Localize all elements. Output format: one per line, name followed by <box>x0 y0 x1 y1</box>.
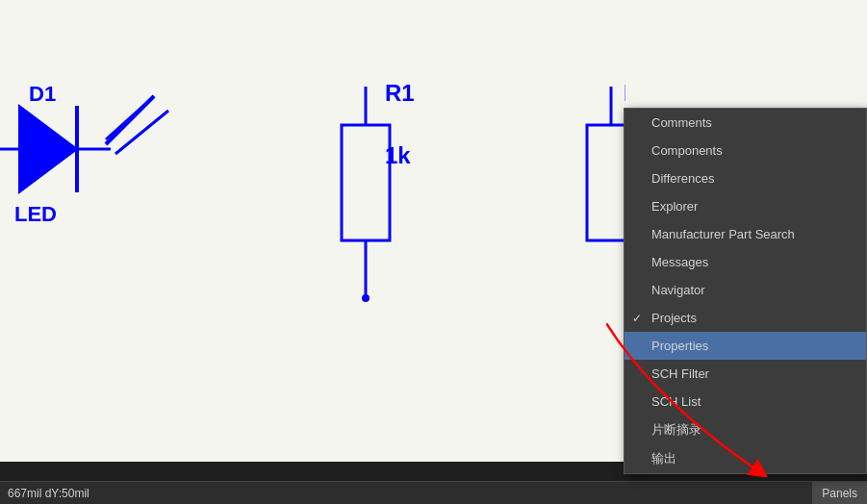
menu-item-messages[interactable]: Messages <box>625 248 866 276</box>
menu-item-sch-list[interactable]: SCH List <box>625 388 866 416</box>
svg-text:R?: R? <box>624 80 625 106</box>
menu-item-label: Projects <box>651 311 697 325</box>
menu-item-chip-excerpt[interactable]: 片断摘录 <box>625 416 866 444</box>
menu-item-properties[interactable]: Properties <box>625 332 866 360</box>
menu-item-differences[interactable]: Differences <box>625 164 866 192</box>
menu-item-label: Comments <box>651 115 712 130</box>
menu-item-label: SCH List <box>651 394 701 409</box>
svg-line-8 <box>115 111 168 154</box>
menu-item-components[interactable]: Components <box>625 137 866 164</box>
menu-item-label: Navigator <box>651 283 705 297</box>
menu-item-output[interactable]: 输出 <box>625 444 866 473</box>
dropdown-menu: Comments Components Differences Explorer… <box>624 108 867 474</box>
svg-text:D1: D1 <box>29 82 56 106</box>
panels-button[interactable]: Panels <box>812 482 867 504</box>
menu-item-navigator[interactable]: Navigator <box>625 276 866 304</box>
svg-text:1k: 1k <box>385 142 411 168</box>
status-bar: 667mil dY:50mil Panels <box>0 481 867 504</box>
menu-item-label: SCH Filter <box>651 366 709 381</box>
svg-marker-1 <box>19 106 77 192</box>
menu-item-explorer[interactable]: Explorer <box>625 192 866 220</box>
svg-text:R1: R1 <box>385 80 415 106</box>
menu-item-label: 输出 <box>651 450 676 467</box>
menu-item-sch-filter[interactable]: SCH Filter <box>625 360 866 388</box>
status-coords: 667mil dY:50mil <box>0 487 89 500</box>
menu-item-manufacturer-part-search[interactable]: Manufacturer Part Search <box>625 220 866 248</box>
menu-item-label: Components <box>651 143 723 158</box>
svg-rect-16 <box>587 125 625 240</box>
svg-line-7 <box>106 96 154 139</box>
menu-item-label: Differences <box>651 171 715 186</box>
menu-item-label: Properties <box>651 339 708 353</box>
svg-rect-10 <box>342 125 390 240</box>
projects-checkmark: ✓ <box>632 312 642 325</box>
menu-item-label: 片断摘录 <box>651 421 701 439</box>
menu-item-comments[interactable]: Comments <box>625 109 866 137</box>
schematic-svg: D1 LED R1 1k R? 1k <box>0 0 625 462</box>
menu-item-projects[interactable]: ✓ Projects <box>625 304 866 332</box>
menu-item-label: Messages <box>651 255 708 269</box>
menu-item-label: Explorer <box>651 199 698 214</box>
svg-point-12 <box>362 294 370 302</box>
svg-text:LED: LED <box>14 202 57 226</box>
menu-item-label: Manufacturer Part Search <box>651 227 795 241</box>
